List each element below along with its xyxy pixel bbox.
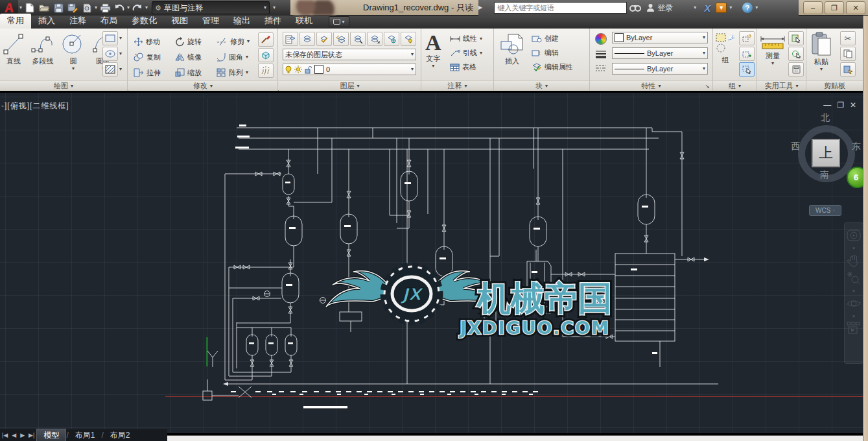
ellipse-button[interactable] <box>102 47 118 61</box>
save-button[interactable] <box>52 1 65 14</box>
communication-center-button[interactable]: ▼ <box>713 1 729 14</box>
pan-hand-icon[interactable] <box>847 254 860 268</box>
exchange-button[interactable]: X <box>701 1 713 14</box>
trim-button[interactable]: 修剪▾ <box>217 37 262 47</box>
ellipse-caret-icon[interactable]: ▾ <box>119 51 122 56</box>
tab-annotate[interactable]: 注释 <box>62 14 93 29</box>
tab-home[interactable]: 常用 <box>0 14 31 29</box>
viewcube-south[interactable]: 南 <box>820 169 829 181</box>
paste-special-button[interactable] <box>840 62 856 77</box>
next-tab-button[interactable]: ▶ <box>18 432 27 438</box>
array-button[interactable]: 阵列▾ <box>217 68 262 78</box>
circle-caret-icon[interactable]: ▾ <box>72 66 75 71</box>
tab-parametric[interactable]: 参数化 <box>124 14 164 29</box>
ungroup-button[interactable] <box>739 31 755 45</box>
cut-button[interactable]: ✂ <box>840 31 856 45</box>
layer-properties-button[interactable] <box>283 32 298 46</box>
rectangle-button[interactable] <box>102 31 118 45</box>
mirror-button[interactable]: 镜像 <box>175 53 217 62</box>
paste-button[interactable]: 粘贴 ▾ <box>810 32 832 72</box>
fillet-button[interactable]: 圆角▾ <box>217 53 262 62</box>
layer-previous-button[interactable] <box>333 32 349 46</box>
infocenter-collapse-icon[interactable]: ▶ <box>478 5 482 10</box>
minimize-button[interactable]: – <box>803 1 823 14</box>
tab-model[interactable]: 模型 <box>36 429 66 441</box>
drawing-close-button[interactable]: ✕ <box>850 101 856 110</box>
first-tab-button[interactable]: |◀ <box>0 432 10 438</box>
panel-utilities-footer[interactable]: 实用工具▾ <box>757 80 806 91</box>
search-input[interactable] <box>494 2 627 14</box>
showmotion-icon[interactable] <box>847 322 861 335</box>
panel-clipboard-footer[interactable]: 剪贴板 <box>806 80 863 91</box>
text-button[interactable]: A 文字 ▾ <box>425 32 441 69</box>
measure-button[interactable]: 测量 ▾ <box>760 34 786 66</box>
rotate-button[interactable]: 旋转 <box>175 37 217 47</box>
stretch-button[interactable]: 拉伸 <box>134 68 175 78</box>
search-button[interactable] <box>627 1 644 14</box>
wcs-dropdown[interactable]: WCS▾ <box>809 205 841 216</box>
linear-dim-button[interactable]: 线性▾ <box>450 34 482 43</box>
command-line-strip[interactable] <box>165 435 863 441</box>
plot-button[interactable] <box>80 1 93 14</box>
redo-button[interactable] <box>131 1 144 14</box>
tab-online[interactable]: 联机 <box>288 14 320 29</box>
hatch-button[interactable] <box>102 62 118 77</box>
navigation-wheel-icon[interactable] <box>847 228 861 243</box>
ribbon-display-toggle[interactable]: ▾ <box>329 16 349 27</box>
open-button[interactable] <box>38 1 51 14</box>
layer-current-button[interactable] <box>316 32 332 46</box>
zoom-caret-icon[interactable]: ▾ <box>852 289 855 293</box>
edit-block-button[interactable]: 编辑 <box>532 48 573 58</box>
viewcube-top-face[interactable]: 上 <box>812 139 840 167</box>
panel-properties-footer[interactable]: 特性▾ ↘ <box>590 80 712 91</box>
signin-button[interactable]: 登录 <box>644 1 675 14</box>
drawing-canvas[interactable]: JX 机械帝国 机械帝国 JXDIGUO.COM JXDIGUO.COM -][… <box>0 93 863 433</box>
wheel-caret-icon[interactable]: ▾ <box>852 246 855 250</box>
polyline-button[interactable]: 多段线 <box>31 31 54 71</box>
app-menu-caret-icon[interactable]: ▾ <box>19 5 22 10</box>
line-button[interactable]: 直线 <box>3 31 25 71</box>
panel-group-footer[interactable]: 组▾ <box>713 80 757 91</box>
insert-block-button[interactable]: 插入 <box>499 32 525 65</box>
new-button[interactable] <box>23 1 36 14</box>
panel-layers-footer[interactable]: 图层▾ <box>279 80 421 91</box>
drawing-restore-button[interactable]: ❐ <box>837 101 844 110</box>
copy-clip-button[interactable] <box>840 47 856 61</box>
select-all-button[interactable] <box>788 47 804 61</box>
save-as-button[interactable] <box>66 1 79 14</box>
circle-button[interactable]: 圆 ▾ <box>61 31 86 71</box>
tab-manage[interactable]: 管理 <box>195 14 226 29</box>
tab-layout2[interactable]: 布局2 <box>104 429 137 441</box>
viewcube-west[interactable]: 西 <box>791 141 800 152</box>
group-edit-button[interactable] <box>739 47 755 61</box>
table-button[interactable]: 表格 <box>450 62 482 72</box>
tab-plugins[interactable]: 插件 <box>257 14 288 29</box>
layer-freeze-button[interactable] <box>384 32 399 46</box>
panel-annotate-footer[interactable]: 注释▾ <box>421 80 493 91</box>
tab-insert[interactable]: 插入 <box>31 14 62 29</box>
color-dropdown[interactable]: ByLayer▾ <box>612 32 708 43</box>
properties-dialog-launcher[interactable]: ↘ <box>705 83 710 89</box>
layer-dropdown[interactable]: 0▾ <box>283 64 416 75</box>
copy-button[interactable]: 复制 <box>134 53 175 62</box>
signin-caret-icon[interactable]: ▾ <box>694 5 696 10</box>
undo-button[interactable] <box>113 1 126 14</box>
edit-solid-button[interactable] <box>258 48 274 62</box>
create-block-button[interactable]: 创建 <box>532 34 573 43</box>
viewcube-east[interactable]: 东 <box>852 141 861 152</box>
tab-layout[interactable]: 布局 <box>93 14 124 29</box>
linetype-dropdown[interactable]: ByLayer▾ <box>612 63 708 75</box>
tab-view[interactable]: 视图 <box>164 14 195 29</box>
explode-button[interactable] <box>258 64 274 78</box>
qat-overflow-caret-icon[interactable]: ▾ <box>273 5 276 10</box>
tab-output[interactable]: 输出 <box>226 14 257 29</box>
group-button[interactable]: 组 <box>715 32 736 64</box>
undo-caret-icon[interactable]: ▾ <box>127 5 130 10</box>
panel-block-footer[interactable]: 块▾ <box>494 80 589 91</box>
help-button[interactable]: ? <box>740 1 755 14</box>
rectangle-caret-icon[interactable]: ▾ <box>119 36 122 41</box>
layer-off-button[interactable] <box>401 32 416 46</box>
zoom-icon[interactable] <box>847 271 861 285</box>
comm-caret-icon[interactable]: ▾ <box>729 5 732 10</box>
lineweight-dropdown[interactable]: ByLayer▾ <box>612 47 708 59</box>
